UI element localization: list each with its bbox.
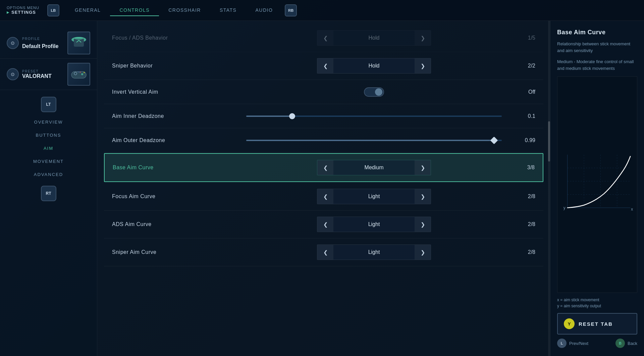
sidebar-item-aim[interactable]: AIM (0, 142, 97, 154)
selector-prev-focus-aim-curve[interactable]: ❮ (317, 189, 333, 204)
profile-avatar-image (70, 33, 87, 53)
setting-count-focus-aim-curve: 2/8 (508, 193, 535, 199)
setting-row-aim-outer-deadzone: Aim Outer Deadzone 0.99 (104, 128, 543, 152)
tab-stats[interactable]: STATS (210, 5, 246, 16)
reset-tab-button[interactable]: Y RESET TAB (557, 313, 637, 335)
selector-sniper-behavior[interactable]: ❮ Hold ❯ (317, 58, 431, 74)
selector-value-sniper-aim-curve: Light (333, 246, 415, 259)
nav-bottom: L Prev/Next B Back (557, 339, 637, 348)
selector-ads-aim-curve[interactable]: ❮ Light ❯ (317, 217, 431, 232)
setting-label-ads-aim-curve: ADS Aim Curve (112, 221, 239, 227)
svg-point-6 (84, 72, 85, 73)
content-area: Focus / ADS Behavior ❮ Hold ❯ 1/5 Sniper… (97, 21, 550, 356)
svg-point-5 (81, 73, 83, 75)
setting-control-base-aim-curve: ❮ Medium ❯ (240, 160, 508, 175)
svg-text:x: x (631, 207, 633, 212)
rb-button[interactable]: RB (285, 4, 297, 16)
app-container: OPTIONS MENU SETTINGS LB GENERAL CONTROL… (0, 0, 644, 356)
setting-row-sniper-behavior: Sniper Behavior ❮ Hold ❯ 2/2 (104, 52, 543, 80)
rt-button[interactable]: RT (41, 186, 56, 201)
axis-x-label: x = aim stick movement (557, 298, 637, 302)
sidebar-nav: LT OVERVIEW BUTTONS AIM MOVEMENT ADVANCE… (0, 90, 97, 211)
setting-row-aim-inner-deadzone: Aim Inner Deadzone 0.1 (104, 104, 543, 128)
back-label: Back (628, 341, 637, 346)
setting-row-sniper-aim-curve: Sniper Aim Curve ❮ Light ❯ 2/8 (104, 238, 543, 266)
setting-count-sniper-aim-curve: 2/8 (508, 249, 535, 255)
svg-rect-8 (77, 72, 80, 73)
scroll-thumb[interactable] (548, 121, 550, 162)
slider-thumb-aim-outer-deadzone[interactable] (490, 136, 498, 144)
selector-value-ads-aim-curve: Light (333, 218, 415, 231)
setting-control-focus-ads: ❮ Hold ❯ (239, 30, 508, 46)
sidebar-item-buttons[interactable]: BUTTONS (0, 129, 97, 141)
selector-next-focus-ads[interactable]: ❯ (415, 31, 431, 45)
selector-value-sniper-behavior: Hold (333, 59, 415, 72)
setting-label-base-aim-curve: Base Aim Curve (113, 165, 240, 171)
selector-value-focus-aim-curve: Light (333, 190, 415, 203)
prev-next-label: Prev/Next (569, 341, 588, 346)
setting-row-focus-ads: Focus / ADS Behavior ❮ Hold ❯ 1/5 (104, 24, 543, 52)
sidebar-item-overview[interactable]: OVERVIEW (0, 116, 97, 128)
chart-container: y x (557, 76, 637, 293)
setting-row-focus-aim-curve: Focus Aim Curve ❮ Light ❯ 2/8 (104, 183, 543, 211)
top-nav: OPTIONS MENU SETTINGS LB GENERAL CONTROL… (0, 0, 644, 21)
selector-focus-ads[interactable]: ❮ Hold ❯ (317, 30, 431, 46)
selector-prev-sniper-aim-curve[interactable]: ❮ (317, 245, 333, 260)
axis-y-label: y = aim sensitivity output (557, 304, 637, 308)
setting-count-base-aim-curve: 3/8 (508, 165, 535, 171)
selector-prev-base-aim-curve[interactable]: ❮ (317, 160, 333, 175)
profile-label: PROFILE (22, 37, 58, 41)
selector-base-aim-curve[interactable]: ❮ Medium ❯ (317, 160, 431, 175)
setting-control-sniper-aim-curve: ❮ Light ❯ (239, 244, 508, 260)
selector-prev-ads-aim-curve[interactable]: ❮ (317, 217, 333, 232)
preset-icon: ⊙ (7, 68, 19, 80)
slider-aim-outer-deadzone[interactable] (239, 140, 508, 141)
slider-aim-inner-deadzone[interactable] (239, 116, 508, 117)
setting-control-aim-inner-deadzone (239, 116, 508, 117)
l-button[interactable]: L (557, 339, 567, 348)
tab-crosshair[interactable]: CROSSHAIR (159, 5, 210, 16)
setting-control-aim-outer-deadzone (239, 140, 508, 141)
b-button[interactable]: B (615, 339, 625, 348)
selector-next-sniper-behavior[interactable]: ❯ (415, 58, 431, 73)
selector-focus-aim-curve[interactable]: ❮ Light ❯ (317, 189, 431, 204)
slider-track-aim-outer-deadzone (246, 140, 502, 141)
lt-button[interactable]: LT (41, 97, 56, 112)
panel-title: Base Aim Curve (557, 29, 637, 36)
selector-sniper-aim-curve[interactable]: ❮ Light ❯ (317, 244, 431, 260)
slider-thumb-aim-inner-deadzone[interactable] (289, 113, 295, 119)
setting-value-aim-outer-deadzone: 0.99 (508, 137, 535, 143)
aim-curve-chart: y x (557, 77, 637, 293)
preset-text: PRESET VALORANT (22, 70, 52, 79)
options-menu-label: OPTIONS MENU SETTINGS (7, 6, 39, 15)
selector-next-base-aim-curve[interactable]: ❯ (415, 160, 431, 175)
settings-rows: Focus / ADS Behavior ❮ Hold ❯ 1/5 Sniper… (97, 21, 550, 270)
tab-general[interactable]: GENERAL (65, 5, 110, 16)
tab-controls[interactable]: CONTROLS (110, 5, 159, 16)
prev-next-nav: L Prev/Next (557, 339, 588, 348)
selector-next-ads-aim-curve[interactable]: ❯ (415, 217, 431, 232)
preset-label: PRESET (22, 70, 52, 73)
selector-next-sniper-aim-curve[interactable]: ❯ (415, 245, 431, 260)
right-panel: Base Aim Curve Relationship between stic… (550, 21, 644, 356)
preset-info: ⊙ PRESET VALORANT (7, 68, 52, 80)
slider-fill-aim-inner-deadzone (246, 116, 292, 117)
profile-icon-symbol: ⊙ (11, 40, 15, 46)
toggle-invert-vertical-aim[interactable] (364, 87, 384, 97)
preset-row: ⊙ PRESET VALORANT (0, 59, 97, 90)
main-layout: ⊙ PROFILE Default Profile (0, 21, 644, 356)
selector-prev-focus-ads[interactable]: ❮ (317, 31, 333, 45)
tab-audio[interactable]: AUDIO (246, 5, 282, 16)
sidebar-item-movement[interactable]: MOVEMENT (0, 155, 97, 167)
setting-count-ads-aim-curve: 2/8 (508, 221, 535, 227)
profile-icon: ⊙ (7, 37, 19, 49)
selector-next-focus-aim-curve[interactable]: ❯ (415, 189, 431, 204)
options-menu-text: OPTIONS MENU (7, 6, 39, 10)
lb-button[interactable]: LB (47, 4, 59, 16)
setting-row-invert-vertical-aim: Invert Vertical Aim Off (104, 80, 543, 104)
profile-info: ⊙ PROFILE Default Profile (7, 37, 58, 49)
sidebar-item-advanced[interactable]: ADVANCED (0, 169, 97, 180)
selector-value-focus-ads: Hold (333, 32, 415, 44)
setting-label-focus-ads: Focus / ADS Behavior (112, 35, 239, 41)
selector-prev-sniper-behavior[interactable]: ❮ (317, 58, 333, 73)
